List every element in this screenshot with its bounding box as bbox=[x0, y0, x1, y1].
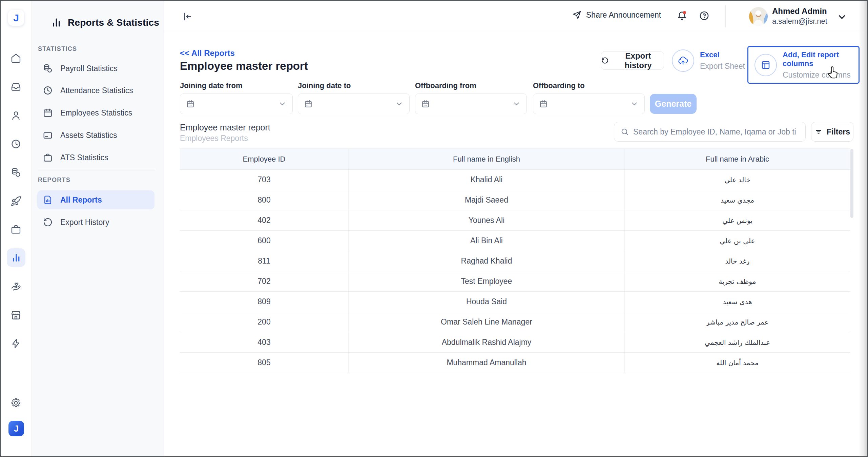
sidebar-item-all-reports[interactable]: All Reports bbox=[37, 190, 154, 209]
search-icon bbox=[620, 127, 629, 136]
add-edit-columns-label: Add, Edit report columns bbox=[783, 50, 859, 68]
offboarding-to-select[interactable] bbox=[533, 94, 645, 114]
clock-icon bbox=[43, 85, 53, 96]
onboarding-rocket-icon[interactable] bbox=[10, 195, 22, 207]
joining-date-to-select[interactable] bbox=[298, 94, 410, 114]
sidebar-item-employees-statistics[interactable]: Employees Statistics bbox=[37, 105, 154, 121]
name-en-cell: Muhammad Amanullah bbox=[349, 353, 625, 373]
avatar[interactable] bbox=[749, 7, 768, 26]
marketplace-store-icon[interactable] bbox=[10, 309, 22, 321]
joining-date-from-select[interactable] bbox=[180, 94, 293, 114]
name-ar-cell: عمر صالح مدير مباشر bbox=[625, 312, 850, 332]
calendar-icon bbox=[421, 99, 430, 109]
employee-id-cell: 200 bbox=[180, 312, 349, 332]
table-scrollbar-thumb[interactable] bbox=[850, 149, 853, 218]
benefits-hand-heart-icon[interactable] bbox=[10, 281, 22, 292]
section-label-statistics: STATISTICS bbox=[38, 45, 77, 53]
topbar: Share Announcement Ahmed Admin bbox=[164, 1, 868, 32]
jisr-logo-top[interactable]: J bbox=[8, 10, 24, 26]
filters-button[interactable]: Filters bbox=[811, 122, 853, 142]
name-en-cell: Omar Saleh Line Manager bbox=[349, 312, 625, 332]
employees-icon[interactable] bbox=[10, 110, 22, 121]
employee-id-cell: 703 bbox=[180, 170, 349, 190]
calendar-icon bbox=[186, 99, 195, 109]
calendar-icon bbox=[539, 99, 548, 109]
column-header-name-english: Full name in English bbox=[349, 149, 625, 169]
user-name: Ahmed Admin bbox=[772, 6, 827, 16]
sidebar-item-payroll-statistics[interactable]: Payroll Statistics bbox=[37, 60, 154, 77]
paper-plane-icon bbox=[572, 11, 581, 20]
calendar-icon bbox=[43, 108, 53, 118]
settings-gear-icon[interactable] bbox=[10, 397, 22, 409]
chevron-down-icon bbox=[395, 100, 403, 108]
employee-id-cell: 702 bbox=[180, 271, 349, 291]
sidebar-item-ats-statistics[interactable]: ATS Statistics bbox=[37, 149, 154, 166]
table-row: 402Younes Aliيونس علي bbox=[180, 210, 850, 231]
employee-id-cell: 800 bbox=[180, 190, 349, 210]
table-row: 600Ali Bin Aliعلي بن علي bbox=[180, 231, 850, 251]
home-icon[interactable] bbox=[10, 53, 22, 64]
chevron-down-icon bbox=[631, 100, 638, 108]
name-ar-cell: محمد أمان الله bbox=[625, 353, 850, 373]
sidebar-item-assets-statistics[interactable]: Assets Statistics bbox=[37, 127, 154, 143]
name-en-cell: Khalid Ali bbox=[349, 170, 625, 190]
filter-label-joining-from: Joining date from bbox=[180, 81, 243, 90]
cloud-upload-icon bbox=[672, 49, 694, 72]
panel-title: Reports & Statistics bbox=[68, 17, 159, 28]
generate-button[interactable]: Generate bbox=[650, 94, 697, 114]
offboarding-from-select[interactable] bbox=[415, 94, 527, 114]
app-window: J bbox=[0, 0, 868, 457]
column-header-name-arabic: Full name in Arabic bbox=[625, 149, 850, 169]
panel-header: Reports & Statistics bbox=[51, 17, 159, 28]
topbar-divider bbox=[725, 5, 726, 27]
employee-id-cell: 809 bbox=[180, 292, 349, 312]
employee-id-cell: 811 bbox=[180, 251, 349, 271]
table-row: 403Abdulmalik Rashid Alajmyعبدالملك راشد… bbox=[180, 332, 850, 353]
icon-rail: J bbox=[1, 1, 32, 456]
customize-columns-label: Customize columns bbox=[783, 70, 859, 80]
name-ar-cell: علي بن علي bbox=[625, 231, 850, 251]
filter-label-joining-to: Joining date to bbox=[298, 81, 351, 90]
attendance-icon[interactable] bbox=[10, 138, 22, 150]
filter-lines-icon bbox=[814, 128, 823, 136]
inbox-icon[interactable] bbox=[10, 81, 22, 92]
search-input[interactable] bbox=[633, 127, 801, 137]
bar-chart-icon bbox=[51, 17, 62, 28]
table-row: 703Khalid Aliخالد علي bbox=[180, 170, 850, 190]
name-ar-cell: رغد خالد bbox=[625, 251, 850, 271]
section-label-reports: REPORTS bbox=[38, 176, 70, 184]
employee-id-cell: 600 bbox=[180, 231, 349, 251]
help-icon[interactable] bbox=[699, 11, 710, 21]
calendar-icon bbox=[304, 99, 313, 109]
name-en-cell: Test Employee bbox=[349, 271, 625, 291]
table-header-row: Employee ID Full name in English Full na… bbox=[180, 149, 850, 170]
employee-id-cell: 402 bbox=[180, 210, 349, 230]
name-ar-cell: عبدالملك راشد العجمي bbox=[625, 332, 850, 352]
table-row: 809Houda Saidهدى سعيد bbox=[180, 292, 850, 312]
automations-bolt-icon[interactable] bbox=[10, 338, 22, 349]
jisr-logo-bottom[interactable]: J bbox=[8, 421, 24, 436]
notifications-bell-icon[interactable] bbox=[677, 10, 688, 22]
profile-chevron-down-icon[interactable] bbox=[837, 12, 847, 22]
excel-export-button[interactable]: Excel Export Sheet bbox=[672, 49, 745, 72]
table-row: 200Omar Saleh Line Managerعمر صالح مدير … bbox=[180, 312, 850, 332]
reports-statistics-icon-active[interactable] bbox=[7, 248, 25, 267]
list-title: Employee master report bbox=[180, 123, 270, 132]
excel-label: Excel bbox=[700, 50, 745, 59]
page-title: Employee master report bbox=[180, 60, 308, 72]
export-history-button[interactable]: Export history bbox=[601, 51, 664, 70]
recruitment-briefcase-icon[interactable] bbox=[10, 224, 22, 235]
table-row: 805Muhammad Amanullahمحمد أمان الله bbox=[180, 353, 850, 373]
name-en-cell: Ali Bin Ali bbox=[349, 231, 625, 251]
name-ar-cell: يونس علي bbox=[625, 210, 850, 230]
payroll-icon[interactable] bbox=[10, 167, 22, 178]
collapse-sidebar-button[interactable] bbox=[181, 11, 192, 22]
panel-divider bbox=[38, 170, 155, 170]
share-announcement-button[interactable]: Share Announcement bbox=[572, 11, 661, 20]
add-edit-report-columns-button[interactable]: Add, Edit report columns Customize colum… bbox=[747, 46, 860, 84]
export-sheet-label: Export Sheet bbox=[700, 62, 745, 71]
sidebar-item-attendance-statistics[interactable]: Attendance Statistics bbox=[37, 82, 154, 99]
sidebar-item-export-history[interactable]: Export History bbox=[37, 214, 154, 230]
breadcrumb-all-reports[interactable]: << All Reports bbox=[180, 48, 235, 58]
name-ar-cell: مجدي سعيد bbox=[625, 190, 850, 210]
